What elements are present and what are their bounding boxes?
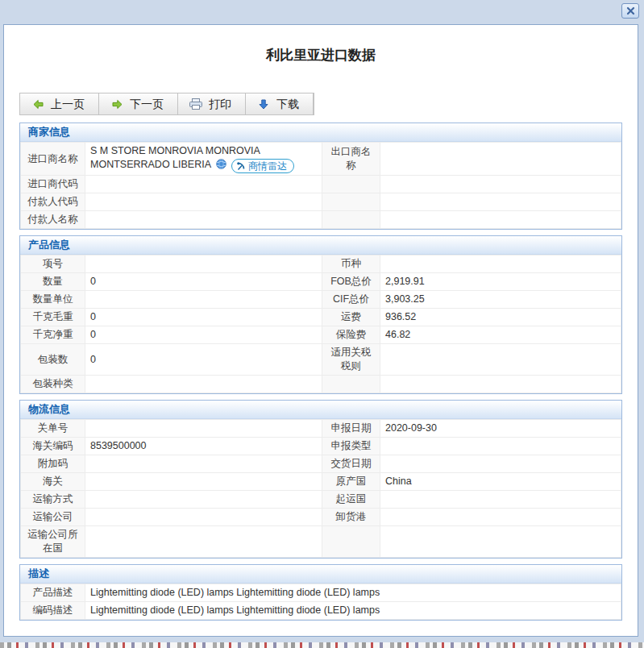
- globe-icon[interactable]: [216, 159, 226, 173]
- import-record-dialog: 利比里亚进口数据 上一页 下一页 打印 下载: [3, 24, 638, 637]
- field-label-text: 出口商名称: [331, 146, 372, 171]
- field-label-text: 适用关税税则: [331, 347, 372, 372]
- field-label: 运费: [322, 309, 380, 326]
- field-label: 附加码: [21, 455, 85, 473]
- field-label: 千克净重: [21, 326, 85, 344]
- field-value: China: [380, 473, 621, 491]
- field-label: 数量单位: [21, 291, 85, 309]
- field-value-text: 2,919.91: [385, 276, 425, 287]
- field-value: [85, 526, 322, 558]
- field-value: [380, 143, 621, 176]
- table-row: 运输公司所在国: [21, 526, 621, 558]
- field-value: [85, 291, 322, 309]
- field-label-text: 进口商名称: [27, 153, 78, 164]
- field-value: Lightemitting diode (LED) lamps Lightemi…: [85, 584, 621, 602]
- field-value: 0: [85, 326, 322, 344]
- field-label-text: 进口商代码: [27, 178, 78, 189]
- field-value: [380, 255, 621, 273]
- table-row: 包装种类: [21, 376, 621, 393]
- field-value: [380, 491, 621, 509]
- field-label-text: 海关编码: [33, 440, 73, 451]
- table-row: 进口商名称S M STORE MONROVIA MONROVIA MONTSER…: [21, 143, 621, 176]
- field-value: [85, 455, 322, 473]
- table-row: 付款人名称: [21, 211, 621, 229]
- field-value: [85, 176, 322, 193]
- field-label: 进口商代码: [21, 176, 85, 193]
- field-label: 海关编码: [21, 438, 85, 455]
- field-label-text: 附加码: [38, 458, 69, 469]
- field-label-text: 付款人名称: [27, 214, 78, 225]
- field-label-text: 运输公司: [33, 511, 73, 522]
- field-label-text: 数量单位: [33, 293, 73, 305]
- field-label: FOB总价: [322, 273, 380, 291]
- field-label: 包装种类: [21, 376, 85, 393]
- field-label-text: 原产国: [336, 476, 367, 487]
- field-value-text: 0: [90, 354, 96, 365]
- field-label: [322, 193, 380, 211]
- field-label: 进口商名称: [21, 143, 85, 176]
- field-value: 46.82: [380, 326, 621, 344]
- radar-badge-label: 商情雷达: [248, 160, 287, 173]
- field-label-text: CIF总价: [333, 293, 369, 305]
- field-value: [380, 176, 621, 193]
- field-label: 交货日期: [322, 455, 380, 473]
- field-value: [380, 211, 621, 229]
- description-section-title: 描述: [28, 567, 49, 579]
- field-value-text: 3,903.25: [385, 293, 425, 305]
- field-label: 申报类型: [322, 438, 380, 455]
- field-label: 出口商名称: [322, 143, 380, 176]
- field-value-text: 46.82: [385, 329, 410, 340]
- field-value: [380, 455, 621, 473]
- field-value: Lightemitting diode (LED) lamps Lightemi…: [85, 602, 621, 620]
- table-row: 包装数0适用关税税则: [21, 344, 621, 376]
- field-label-text: 编码描述: [33, 604, 73, 616]
- arrow-left-icon: [31, 98, 44, 110]
- logistics-table: 关单号申报日期2020-09-30海关编码8539500000申报类型附加码交货…: [20, 419, 621, 558]
- print-button[interactable]: 打印: [178, 93, 246, 114]
- field-label-text: 关单号: [38, 422, 69, 434]
- description-section-header: 描述: [20, 565, 621, 584]
- field-value: 0: [85, 309, 322, 326]
- product-table: 项号币种数量0FOB总价2,919.91数量单位CIF总价3,903.25千克毛…: [20, 255, 621, 393]
- download-button[interactable]: 下载: [246, 93, 314, 114]
- logistics-section-header: 物流信息: [20, 401, 621, 419]
- table-row: 付款人代码: [21, 193, 621, 211]
- field-label-text: 包装种类: [33, 378, 73, 389]
- field-label-text: 交货日期: [331, 458, 372, 469]
- table-row: 产品描述Lightemitting diode (LED) lamps Ligh…: [21, 584, 621, 602]
- section-description: 描述 产品描述Lightemitting diode (LED) lamps L…: [19, 564, 622, 621]
- table-row: 关单号申报日期2020-09-30: [21, 420, 621, 438]
- field-value: 0: [85, 273, 322, 291]
- field-label: 运输公司所在国: [21, 526, 85, 558]
- field-value: [380, 526, 621, 558]
- field-label: 海关: [21, 473, 85, 491]
- field-label: 付款人代码: [21, 193, 85, 211]
- field-value: 0: [85, 344, 322, 376]
- field-label: [322, 211, 380, 229]
- field-label: 币种: [322, 255, 380, 273]
- field-label: CIF总价: [322, 291, 380, 309]
- field-label-text: 卸货港: [336, 511, 367, 522]
- table-row: 千克净重0保险费46.82: [21, 326, 621, 344]
- field-label: 运输公司: [21, 509, 85, 526]
- radar-badge[interactable]: 商情雷达: [231, 159, 294, 173]
- field-label: 申报日期: [322, 420, 380, 438]
- arrow-down-icon: [257, 98, 270, 110]
- field-label-text: 包装数: [38, 354, 69, 365]
- background-page-strip: [0, 642, 644, 648]
- product-section-title: 产品信息: [28, 239, 70, 251]
- field-value: S M STORE MONROVIA MONROVIA MONTSERRADO …: [85, 143, 322, 176]
- field-value: [85, 420, 322, 438]
- merchant-section-title: 商家信息: [28, 126, 70, 138]
- field-label: 起运国: [322, 491, 380, 509]
- prev-page-button[interactable]: 上一页: [20, 93, 99, 114]
- field-value: 8539500000: [85, 438, 322, 455]
- field-label-text: 数量: [43, 276, 63, 287]
- field-value: [380, 438, 621, 455]
- field-label: [322, 376, 380, 393]
- table-row: 海关编码8539500000申报类型: [21, 438, 621, 455]
- field-value: [85, 211, 322, 229]
- close-button[interactable]: [621, 3, 639, 19]
- toolbar: 上一页 下一页 打印 下载: [19, 93, 314, 115]
- next-page-button[interactable]: 下一页: [99, 93, 178, 114]
